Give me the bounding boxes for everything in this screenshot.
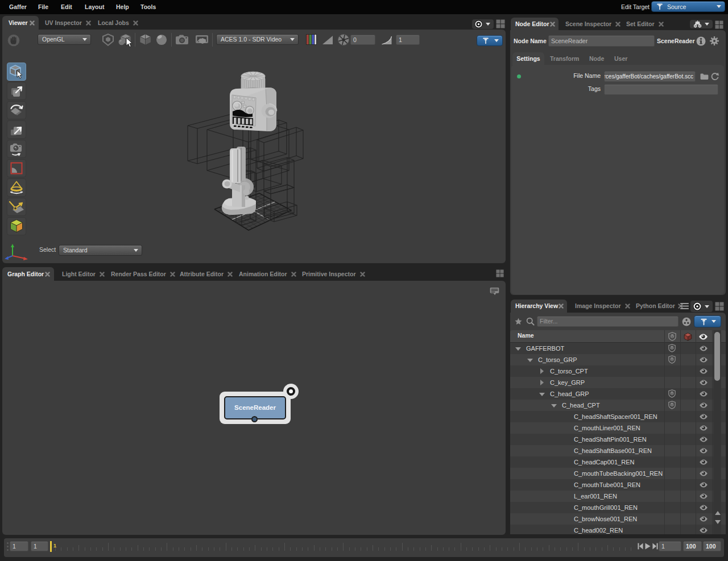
eye-icon[interactable] [699, 391, 708, 397]
translate-tool-button[interactable] [7, 82, 26, 100]
tree-row[interactable]: C_key_GRP [510, 377, 726, 388]
subtab-transform[interactable]: Transform [550, 52, 579, 65]
tab-python-editor[interactable]: Python Editor [636, 300, 683, 313]
tree-row[interactable]: C_headCap001_REN [510, 456, 726, 468]
tab-scene-inspector[interactable]: Scene Inspector [565, 18, 621, 30]
tree-row[interactable]: C_mouthLiner001_REN [510, 422, 726, 434]
tree-row[interactable]: GAFFERBOT [510, 343, 726, 354]
layout-grid-icon[interactable] [496, 19, 505, 28]
close-icon[interactable] [45, 272, 50, 277]
select-tool-button[interactable] [7, 63, 26, 81]
eye-icon[interactable] [699, 380, 708, 385]
tree-row[interactable]: C_headShaftBase001_REN [510, 445, 726, 456]
refresh-icon[interactable] [710, 72, 719, 81]
tab-primitive-inspector[interactable]: Primitive Inspector [302, 267, 365, 281]
node-name-input[interactable]: SceneReader [548, 35, 655, 47]
star-icon[interactable] [515, 318, 522, 325]
menu-burger-icon[interactable] [680, 303, 689, 309]
tab-uv-inspector[interactable]: UV Inspector [45, 16, 91, 30]
viewport-3d[interactable] [2, 30, 506, 263]
eye-icon[interactable] [699, 368, 708, 374]
name-column-header[interactable]: Name [518, 332, 534, 339]
exposure-input[interactable]: 0 [350, 35, 375, 45]
tab-render-pass-editor[interactable]: Render Pass Editor [111, 267, 175, 281]
tree-row[interactable]: C_browNose001_REN [510, 513, 726, 525]
scenereader-node-bottom-port[interactable] [251, 416, 258, 422]
tree-row[interactable]: C_mouthTubeBacking001_REN [510, 468, 726, 479]
edit-scope-tool-button[interactable] [7, 217, 26, 235]
select-mode-dropdown[interactable]: Standard [59, 245, 142, 256]
viewer-pin-dropdown[interactable] [477, 35, 503, 46]
drag-handle[interactable] [7, 546, 9, 547]
menu-edit[interactable]: Edit [61, 0, 72, 14]
eye-icon[interactable] [699, 357, 708, 363]
frame-start-input[interactable]: 1 [10, 541, 28, 551]
play-icon[interactable] [645, 543, 651, 550]
scroll-up-arrow[interactable] [715, 511, 721, 515]
tab-graph-editor[interactable]: Graph Editor [2, 267, 54, 281]
display-transform-dropdown[interactable]: ACES 1.0 - SDR Video [216, 34, 299, 45]
expander-open-icon[interactable] [539, 393, 545, 396]
hand-icon[interactable] [7, 34, 20, 47]
layout-grid-icon[interactable] [715, 20, 723, 29]
layout-grid-icon[interactable] [496, 269, 504, 277]
tab-image-inspector[interactable]: Image Inspector [575, 300, 630, 313]
tree-row[interactable]: C_mouthGrill001_REN [510, 502, 726, 513]
eye-icon[interactable] [699, 459, 708, 465]
aperture-icon[interactable] [338, 34, 349, 45]
tab-set-editor[interactable]: Set Editor [626, 18, 664, 30]
expander-open-icon[interactable] [515, 347, 521, 351]
drag-handle[interactable] [7, 549, 9, 551]
close-icon[interactable] [559, 304, 564, 309]
scale-tool-button[interactable] [7, 120, 26, 139]
skip-to-end-icon[interactable] [652, 543, 658, 550]
tab-viewer[interactable]: Viewer [2, 16, 39, 30]
eye-icon[interactable] [699, 527, 708, 533]
crop-window-tool-button[interactable] [7, 159, 26, 177]
shaded-cube-icon[interactable] [139, 34, 151, 45]
eye-icon[interactable] [699, 471, 708, 476]
expander-closed-icon[interactable] [540, 380, 544, 385]
menu-help[interactable]: Help [116, 0, 129, 14]
tree-row[interactable]: C_torso_CPT [510, 365, 726, 377]
exposure-icon[interactable] [322, 35, 333, 45]
shield-cube-icon[interactable] [668, 389, 676, 398]
skip-to-start-icon[interactable] [638, 543, 643, 550]
eye-icon[interactable] [699, 448, 708, 454]
edit-target-dropdown[interactable]: Source [651, 1, 725, 12]
range-end-input[interactable]: 100 [703, 541, 721, 551]
eye-icon[interactable] [699, 505, 708, 510]
tree-row[interactable]: C_headShaftSpacer001_REN [510, 411, 726, 422]
close-icon[interactable] [133, 20, 138, 26]
frame-current-input[interactable]: 1 [31, 541, 48, 551]
tags-input[interactable] [604, 84, 718, 95]
gear-icon[interactable] [709, 36, 719, 46]
tree-row[interactable]: C_mouthTube001_REN [510, 479, 726, 491]
eye-icon[interactable] [699, 414, 708, 419]
expander-closed-icon[interactable] [540, 368, 544, 374]
rotate-tool-button[interactable] [7, 101, 26, 119]
eye-icon[interactable] [699, 482, 708, 488]
menu-file[interactable]: File [38, 0, 48, 14]
layout-grid-icon[interactable] [715, 302, 724, 311]
drag-handle[interactable] [7, 542, 9, 544]
light-cone-tool-button[interactable] [7, 178, 26, 197]
tree-row[interactable]: C_head002_REN [510, 525, 726, 534]
tab-node-editor[interactable]: Node Editor [511, 18, 559, 30]
filter-input[interactable]: Filter... [537, 316, 679, 327]
tab-animation-editor[interactable]: Animation Editor [239, 267, 296, 281]
tab-attribute-editor[interactable]: Attribute Editor [180, 267, 233, 281]
hierarchy-focus-button[interactable] [690, 301, 713, 312]
red-cube-icon[interactable] [684, 333, 692, 341]
image-view-icon[interactable] [195, 34, 209, 45]
eye-icon[interactable] [699, 516, 708, 522]
close-icon[interactable] [625, 304, 630, 309]
node-editor-mode-button[interactable] [690, 20, 713, 28]
close-icon[interactable] [615, 22, 621, 27]
tree-row[interactable]: C_headShaftPin001_REN [510, 434, 726, 445]
close-icon[interactable] [86, 20, 91, 26]
shield-cube-icon[interactable] [668, 344, 676, 352]
tab-local-jobs[interactable]: Local Jobs [98, 16, 138, 30]
gamma-input[interactable]: 1 [396, 35, 420, 45]
close-icon[interactable] [30, 20, 35, 26]
